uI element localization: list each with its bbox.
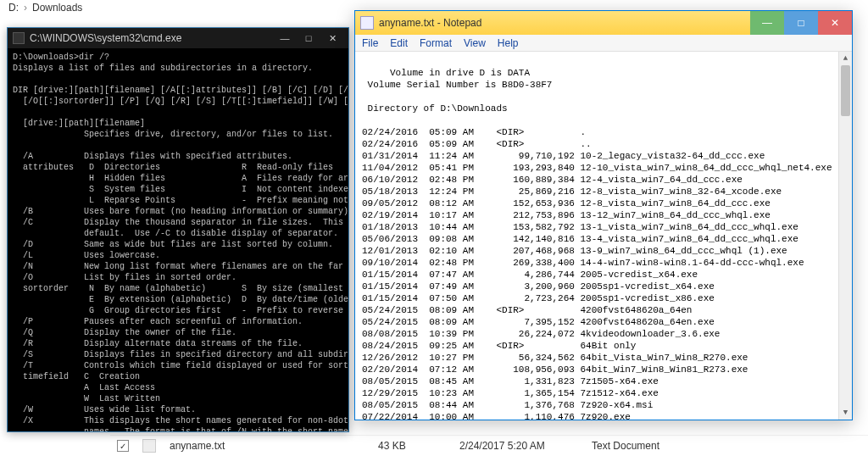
notepad-title: anyname.txt - Notepad xyxy=(379,17,750,29)
list-item[interactable]: ✓ anyname.txt 43 KB 2/24/2017 5:20 AM Te… xyxy=(110,435,868,456)
notepad-window[interactable]: anyname.txt - Notepad — □ ✕ File Edit Fo… xyxy=(354,10,853,420)
file-size: 43 KB xyxy=(378,440,446,452)
breadcrumb-drive[interactable]: D: xyxy=(8,2,19,14)
maximize-button[interactable]: □ xyxy=(784,11,818,35)
menu-help[interactable]: Help xyxy=(498,37,519,49)
maximize-button[interactable]: □ xyxy=(298,31,320,46)
cmd-icon xyxy=(13,32,25,44)
minimize-button[interactable]: — xyxy=(274,31,296,46)
file-date: 2/24/2017 5:20 AM xyxy=(459,440,578,452)
minimize-button[interactable]: — xyxy=(750,11,784,35)
close-button[interactable]: ✕ xyxy=(818,11,852,35)
breadcrumb-folder[interactable]: Downloads xyxy=(32,2,82,14)
breadcrumb[interactable]: D: › Downloads xyxy=(8,2,82,14)
notepad-menubar: File Edit Format View Help xyxy=(355,35,852,52)
cmd-titlebar[interactable]: C:\WINDOWS\system32\cmd.exe — □ ✕ xyxy=(8,28,348,48)
scroll-up-icon[interactable]: ▲ xyxy=(839,52,852,65)
notepad-titlebar[interactable]: anyname.txt - Notepad — □ ✕ xyxy=(355,11,852,35)
cmd-output[interactable]: D:\Downloads>dir /? Displays a list of f… xyxy=(8,48,348,431)
notepad-icon xyxy=(360,16,374,30)
menu-file[interactable]: File xyxy=(362,37,378,49)
close-button[interactable]: ✕ xyxy=(321,31,343,46)
scroll-down-icon[interactable]: ▼ xyxy=(839,406,852,420)
notepad-text-area[interactable]: Volume in drive D is DATA Volume Serial … xyxy=(355,52,852,420)
cmd-title: C:\WINDOWS\system32\cmd.exe xyxy=(30,32,274,44)
scrollbar[interactable]: ▲ ▼ xyxy=(838,52,852,420)
scroll-thumb[interactable] xyxy=(841,65,850,116)
file-icon xyxy=(142,439,156,453)
file-name: anyname.txt xyxy=(170,440,364,452)
cmd-window[interactable]: C:\WINDOWS\system32\cmd.exe — □ ✕ D:\Dow… xyxy=(7,27,349,432)
menu-format[interactable]: Format xyxy=(420,37,452,49)
menu-edit[interactable]: Edit xyxy=(390,37,408,49)
notepad-text: Volume in drive D is DATA Volume Serial … xyxy=(362,68,832,420)
file-type: Text Document xyxy=(592,440,710,452)
chevron-right-icon: › xyxy=(24,2,27,14)
checkbox-icon[interactable]: ✓ xyxy=(117,440,129,452)
menu-view[interactable]: View xyxy=(464,37,486,49)
